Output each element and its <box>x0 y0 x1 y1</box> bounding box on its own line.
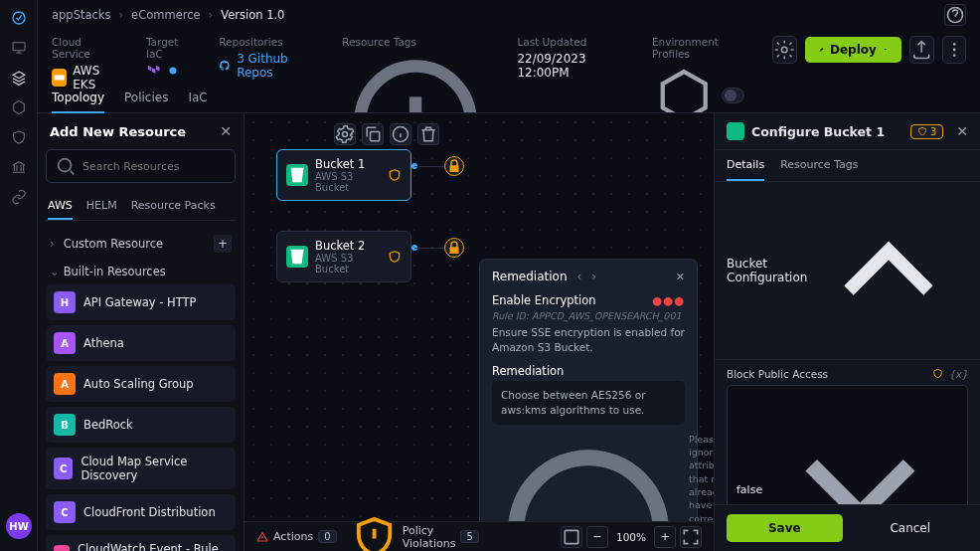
resource-label: Athena <box>83 336 124 350</box>
updated-value: 22/09/2023 12:00PM <box>517 52 624 80</box>
search-icon <box>55 155 77 177</box>
resource-item[interactable]: AAuto Scaling Group <box>46 366 236 402</box>
resource-label: BedRock <box>83 418 133 432</box>
policy-violations-counter[interactable]: Policy Violations 5 <box>351 513 479 551</box>
save-button[interactable]: Save <box>727 514 843 542</box>
more-button[interactable] <box>942 36 966 64</box>
settings-button[interactable] <box>772 36 796 64</box>
bank-icon[interactable] <box>11 159 27 175</box>
svg-rect-1 <box>13 43 25 51</box>
hexagon-icon[interactable] <box>11 99 27 115</box>
node-bucket-1[interactable]: Bucket 1 AWS S3 Bucket <box>276 149 411 201</box>
resource-item[interactable]: CCloud Map Service Discovery <box>46 448 236 489</box>
s3-bucket-icon <box>286 246 308 268</box>
tab-policies[interactable]: Policies <box>124 83 168 112</box>
tab-topology[interactable]: Topology <box>52 83 104 112</box>
left-panel-close[interactable]: ✕ <box>220 123 232 139</box>
block-public-access-select[interactable]: false <box>727 385 968 504</box>
warning-shield-icon <box>388 168 402 182</box>
zoom-out-button[interactable]: − <box>586 526 608 548</box>
warning-shield-icon <box>388 250 402 264</box>
svg-rect-14 <box>565 530 577 543</box>
resource-item[interactable]: CCloudWatch Event - Rule (Schedule) <box>46 535 236 551</box>
remediation-popover: Remediation ‹ › ✕ Enable Encryption ●●● … <box>479 259 698 551</box>
resource-label: CloudWatch Event - Rule (Schedule) <box>78 542 228 551</box>
repos-link[interactable]: 3 Github Repos <box>237 52 314 80</box>
severity-dots-icon: ●●● <box>652 293 685 307</box>
actions-counter[interactable]: Actions 0 <box>256 530 337 543</box>
cancel-button[interactable]: Cancel <box>853 514 969 542</box>
violations-badge[interactable]: 3 <box>910 124 943 139</box>
resource-label: CloudFront Distribution <box>83 505 216 519</box>
resource-icon: A <box>54 373 76 395</box>
bucket-config-section[interactable]: Bucket Configuration <box>715 182 980 360</box>
chevron-down-icon <box>883 47 888 52</box>
logo-icon[interactable] <box>11 10 27 26</box>
resource-label: Auto Scaling Group <box>83 377 194 391</box>
shield-alert-icon <box>351 513 398 551</box>
svg-point-8 <box>952 54 955 57</box>
opentofu-icon <box>166 64 180 78</box>
canvas-delete-icon[interactable] <box>417 123 439 145</box>
layers-icon[interactable] <box>11 70 27 86</box>
resource-label: Cloud Map Service Discovery <box>81 455 228 482</box>
node-bucket-2[interactable]: Bucket 2 AWS S3 Bucket <box>276 231 411 282</box>
desktop-icon[interactable] <box>11 40 27 56</box>
target-iac-label: Target IaC <box>146 36 191 60</box>
subtab-helm[interactable]: HELM <box>86 193 117 220</box>
remediation-next[interactable]: › <box>591 270 596 283</box>
chevron-up-icon <box>809 191 968 350</box>
cloud-service-label: Cloud Service <box>52 36 118 60</box>
subtab-resource-packs[interactable]: Resource Packs <box>131 193 216 220</box>
chevron-down-icon <box>762 392 958 504</box>
remediation-instructions: Choose between AES256 or aws:kms algorit… <box>492 381 685 424</box>
resource-item[interactable]: HAPI Gateway - HTTP <box>46 284 236 320</box>
resource-icon: A <box>54 332 76 354</box>
breadcrumb-l1[interactable]: appStacks <box>52 8 110 22</box>
breadcrumb: appStacks › eCommerce › Version 1.0 <box>52 8 284 22</box>
shield-icon[interactable] <box>11 129 27 145</box>
shield-warning-icon <box>917 126 927 136</box>
fullscreen-button[interactable] <box>680 526 702 548</box>
rocket-icon <box>819 47 824 52</box>
deploy-button[interactable]: Deploy <box>805 37 902 63</box>
resource-icon: H <box>54 291 76 313</box>
lock-node-2[interactable] <box>444 238 464 258</box>
breadcrumb-l2[interactable]: eCommerce <box>131 8 201 22</box>
resource-icon: B <box>54 414 76 436</box>
subtab-aws[interactable]: AWS <box>48 193 73 220</box>
variable-icon[interactable]: {x} <box>948 368 968 380</box>
svg-point-5 <box>782 47 788 53</box>
rp-tab-details[interactable]: Details <box>727 150 764 181</box>
tab-iac[interactable]: IaC <box>188 83 207 112</box>
builtin-resources-row[interactable]: ⌄ Built-in Resources <box>46 259 236 284</box>
shield-warning-icon <box>932 368 943 379</box>
repos-label: Repositories <box>219 36 314 48</box>
canvas-settings-icon[interactable] <box>334 123 356 145</box>
remediation-close[interactable]: ✕ <box>676 271 685 283</box>
right-panel-close[interactable]: ✕ <box>956 123 968 139</box>
zoom-fit-button[interactable] <box>561 526 582 548</box>
remediation-prev[interactable]: ‹ <box>577 270 582 283</box>
zoom-in-button[interactable]: + <box>654 526 676 548</box>
search-resources-input[interactable] <box>46 149 236 183</box>
link-icon[interactable] <box>11 189 27 205</box>
breadcrumb-l3[interactable]: Version 1.0 <box>221 8 284 22</box>
canvas-copy-icon[interactable] <box>362 123 384 145</box>
canvas-info-icon[interactable] <box>390 123 411 145</box>
updated-label: Last Updated <box>517 36 624 48</box>
resource-item[interactable]: AAthena <box>46 325 236 361</box>
svg-point-3 <box>169 68 176 75</box>
lock-node-1[interactable] <box>444 156 464 176</box>
resource-item[interactable]: CCloudFront Distribution <box>46 494 236 530</box>
remediation-title: Remediation <box>492 270 568 283</box>
resource-item[interactable]: BBedRock <box>46 407 236 443</box>
rp-tab-resource-tags[interactable]: Resource Tags <box>780 150 858 181</box>
help-button[interactable] <box>944 4 966 26</box>
export-button[interactable] <box>909 36 933 64</box>
github-icon <box>219 59 231 73</box>
svg-rect-11 <box>371 132 380 141</box>
add-custom-resource[interactable]: + <box>214 235 232 253</box>
user-avatar[interactable]: HW <box>6 513 32 539</box>
custom-resource-row[interactable]: › Custom Resource + <box>46 229 236 259</box>
